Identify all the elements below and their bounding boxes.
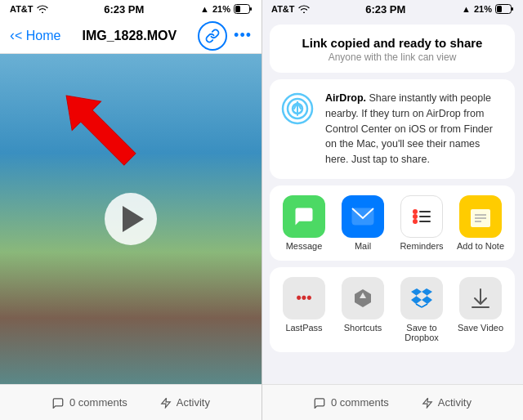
battery-right: ▲ 21%	[462, 4, 513, 14]
location-right: ▲	[462, 4, 471, 14]
battery-percent-right: 21%	[474, 4, 492, 14]
time-right: 6:23 PM	[365, 3, 405, 16]
status-bar-right: AT&T 6:23 PM ▲ 21%	[262, 0, 523, 18]
link-copied-title: Link copied and ready to share	[283, 36, 502, 50]
carrier-wifi-right: AT&T	[271, 4, 310, 14]
carrier-wifi-left: AT&T	[10, 4, 48, 14]
comments-count: 0 comments	[69, 396, 127, 409]
svg-rect-2	[250, 7, 252, 11]
activity-item[interactable]: Activity	[160, 396, 210, 409]
dropbox-label: Save to Dropbox	[396, 323, 447, 342]
reminders-app-icon	[400, 195, 443, 238]
battery-icon-left	[234, 4, 252, 14]
download-icon	[471, 288, 490, 309]
activity-label: Activity	[177, 396, 210, 409]
activity-label-right: Activity	[438, 396, 472, 409]
action-item-shortcuts[interactable]: Shortcuts	[337, 277, 388, 342]
comments-icon-right	[313, 397, 326, 409]
app-item-message[interactable]: Message	[279, 195, 329, 251]
right-panel: AT&T 6:23 PM ▲ 21% Link copied and ready…	[262, 0, 523, 420]
play-icon	[123, 206, 144, 232]
actions-section: ••• LastPass Shortcuts	[270, 267, 515, 352]
activity-item-right[interactable]: Activity	[422, 396, 472, 409]
svg-line-26	[422, 304, 427, 307]
svg-marker-23	[411, 288, 422, 304]
svg-marker-24	[422, 288, 432, 304]
airdrop-description: AirDrop. Share instantly with people nea…	[325, 91, 505, 168]
svg-point-12	[413, 209, 418, 214]
savevideo-action-icon	[459, 277, 502, 319]
play-button[interactable]	[105, 193, 157, 245]
battery-left: ▲ 21%	[200, 4, 252, 14]
action-item-dropbox[interactable]: Save to Dropbox	[396, 277, 447, 342]
mail-icon	[351, 208, 374, 226]
svg-rect-1	[235, 6, 240, 12]
airdrop-circles-icon	[279, 91, 315, 127]
comments-count-right: 0 comments	[331, 396, 389, 409]
shortcuts-icon	[352, 288, 373, 309]
link-copied-sub: Anyone with the link can view	[283, 51, 502, 63]
notes-icon	[469, 204, 492, 229]
nav-bar-left: ‹ < Home IMG_1828.MOV •••	[0, 18, 262, 54]
nav-title-left: IMG_1828.MOV	[82, 29, 177, 43]
comments-item-right[interactable]: 0 comments	[313, 396, 389, 409]
lastpass-icon-text: •••	[297, 289, 312, 306]
shortcuts-action-icon	[342, 277, 384, 319]
more-button[interactable]: •••	[234, 27, 252, 44]
app-item-mail[interactable]: Mail	[337, 195, 388, 251]
activity-icon	[160, 397, 172, 409]
message-app-label: Message	[286, 241, 323, 251]
shortcuts-label: Shortcuts	[344, 323, 382, 333]
lastpass-action-icon: •••	[283, 277, 325, 319]
svg-point-16	[413, 219, 418, 224]
activity-icon-right	[422, 397, 433, 409]
svg-rect-5	[497, 6, 502, 12]
link-button[interactable]	[198, 21, 227, 51]
app-item-notes[interactable]: Add to Note	[455, 195, 506, 251]
wifi-icon-right	[298, 5, 310, 13]
notes-app-label: Add to Note	[457, 241, 504, 251]
savevideo-label: Save Video	[458, 323, 503, 333]
svg-line-25	[416, 304, 422, 307]
reminders-app-label: Reminders	[400, 241, 443, 251]
status-bar-left: AT&T 6:23 PM ▲ 21%	[0, 0, 262, 18]
link-icon	[205, 29, 220, 43]
carrier-right: AT&T	[271, 4, 295, 14]
mail-app-label: Mail	[355, 241, 371, 251]
panel-divider	[262, 0, 262, 420]
action-item-savevideo[interactable]: Save Video	[455, 277, 506, 342]
battery-icon-right	[495, 4, 513, 14]
mail-app-icon	[342, 195, 384, 238]
back-label: < Home	[15, 29, 60, 43]
app-item-reminders[interactable]: Reminders	[396, 195, 447, 251]
link-copied-section: Link copied and ready to share Anyone wi…	[270, 25, 515, 73]
left-panel: AT&T 6:23 PM ▲ 21% ‹ < Home IMG_1828.MOV	[0, 0, 262, 420]
lastpass-label: LastPass	[285, 323, 322, 333]
airdrop-icon	[279, 91, 315, 127]
message-app-icon	[283, 195, 325, 238]
bottom-bar-right: 0 comments Activity	[262, 384, 523, 420]
action-item-lastpass[interactable]: ••• LastPass	[279, 277, 329, 342]
wifi-icon-left	[37, 5, 48, 13]
nav-right-icons: •••	[198, 21, 252, 51]
bottom-bar-left: 0 comments Activity	[0, 384, 262, 420]
apps-section: Message Mail	[270, 185, 515, 261]
message-icon	[293, 205, 315, 228]
carrier-left: AT&T	[10, 4, 34, 14]
reminders-icon	[410, 205, 433, 228]
time-left: 6:23 PM	[104, 3, 144, 16]
airdrop-section[interactable]: AirDrop. Share instantly with people nea…	[270, 79, 515, 179]
comments-item[interactable]: 0 comments	[51, 396, 127, 409]
svg-marker-3	[51, 81, 144, 173]
notes-app-icon	[459, 195, 502, 238]
airdrop-title: AirDrop.	[325, 92, 366, 104]
video-area[interactable]	[0, 54, 262, 384]
dropbox-icon	[411, 288, 432, 308]
red-arrow	[49, 78, 147, 176]
comments-icon	[51, 397, 65, 409]
back-button[interactable]: ‹ < Home	[10, 27, 60, 44]
share-sheet: Link copied and ready to share Anyone wi…	[262, 18, 523, 384]
dropbox-action-icon	[400, 277, 443, 319]
location-left: ▲	[200, 4, 209, 14]
svg-rect-6	[512, 7, 513, 11]
